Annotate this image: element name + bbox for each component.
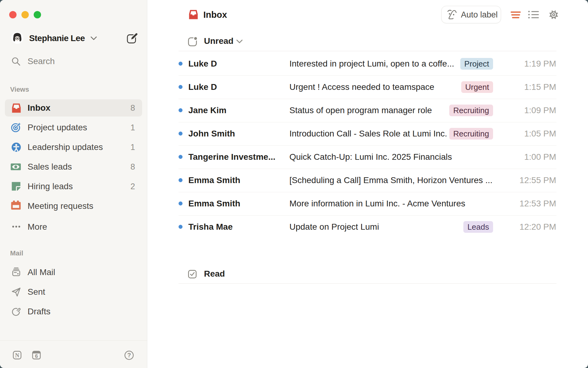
svg-text:6: 6 [35, 353, 38, 359]
svg-text:?: ? [127, 352, 131, 358]
svg-text:N: N [15, 352, 19, 358]
